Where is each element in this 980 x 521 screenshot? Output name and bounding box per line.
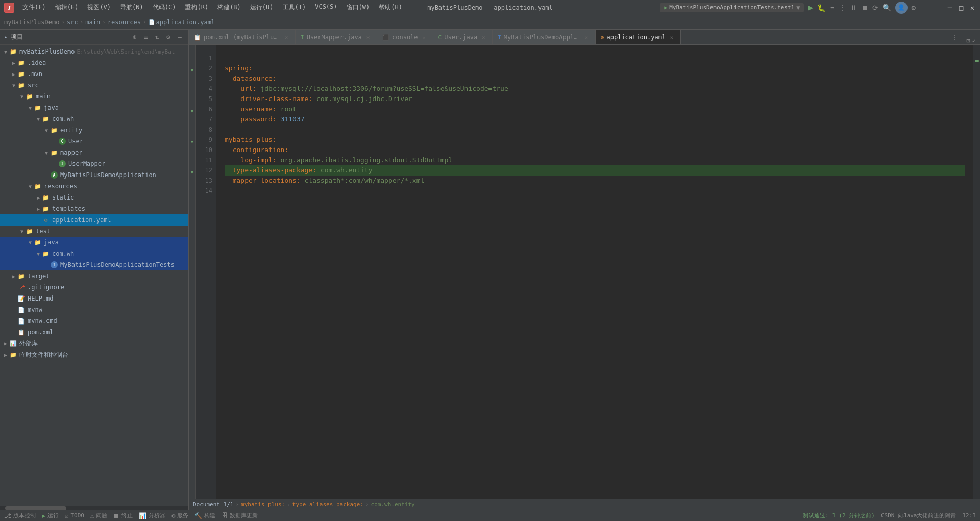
- gutter-line-3[interactable]: ▼: [189, 65, 195, 76]
- pause-button[interactable]: ⏸: [850, 4, 857, 12]
- tab-close-apptest[interactable]: ✕: [583, 34, 590, 41]
- gutter-line-10[interactable]: ▼: [189, 137, 195, 147]
- fold-icon-3[interactable]: ▼: [191, 68, 193, 73]
- run-config-selector[interactable]: ▶ MyBatisPlusDemoApplicationTests.test1 …: [660, 3, 804, 12]
- tab-close-user[interactable]: ✕: [480, 34, 487, 41]
- gutter-line-7[interactable]: ▼: [189, 106, 195, 116]
- status-build[interactable]: 🔨 构建: [194, 512, 215, 519]
- editor-toolbar-icon-1[interactable]: ⊡: [967, 37, 970, 44]
- close-button[interactable]: ✕: [969, 4, 976, 11]
- status-todo[interactable]: ☑ TODO: [65, 512, 84, 519]
- tree-item-java[interactable]: ▼ 📁 java: [0, 102, 188, 113]
- sidebar-settings-btn[interactable]: ⚙: [164, 33, 173, 42]
- tab-apptest[interactable]: T MyBatisPlusDemoApplicationTests.java ✕: [493, 30, 596, 44]
- status-db-update[interactable]: 🗄 数据库更新: [222, 512, 258, 519]
- tree-item-mvnw[interactable]: ▶ 📄 mvnw: [0, 304, 188, 315]
- tree-item-user-entity[interactable]: ▶ C User: [0, 136, 188, 147]
- menu-run[interactable]: 运行(U): [246, 2, 278, 13]
- menu-build[interactable]: 构建(B): [213, 2, 245, 13]
- sidebar-scrollbar-thumb[interactable]: [5, 506, 66, 510]
- gutter-line-13[interactable]: ▼: [189, 167, 195, 178]
- fold-icon-7[interactable]: ▼: [191, 109, 193, 114]
- tab-pom[interactable]: 📋 pom.xml (myBatisPlusDemo) ✕: [189, 30, 296, 44]
- tab-close-application-yaml[interactable]: ✕: [668, 34, 675, 41]
- search-everywhere-button[interactable]: 🔍: [883, 4, 891, 12]
- tree-item-main[interactable]: ▼ 📁 main: [0, 91, 188, 102]
- more-run-button[interactable]: ⋮: [839, 4, 846, 12]
- status-problems[interactable]: ⚠ 问题: [90, 512, 107, 519]
- tree-item-app-main[interactable]: ▶ A MyBatisPlusDemoApplication: [0, 169, 188, 181]
- minimize-button[interactable]: ─: [946, 4, 953, 11]
- code-editor[interactable]: spring: datasource: url: jdbc:mysql://lo…: [216, 45, 973, 499]
- bread-bottom-entity[interactable]: com.wh.entity: [371, 501, 415, 508]
- settings-button[interactable]: ⚙: [912, 4, 916, 12]
- tree-item-mapper[interactable]: ▼ 📁 mapper: [0, 147, 188, 158]
- tree-item-src[interactable]: ▼ 📁 src: [0, 80, 188, 91]
- project-tree[interactable]: ▼ 📁 myBatisPlusDemo E:\study\Web\Spring\…: [0, 45, 188, 506]
- check-icon[interactable]: ✓: [972, 37, 976, 44]
- breadcrumb-main[interactable]: main: [85, 19, 100, 26]
- tree-item-test-com-wh[interactable]: ▼ 📁 com.wh: [0, 248, 188, 259]
- tree-item-mvnw-cmd[interactable]: ▶ 📄 mvnw.cmd: [0, 315, 188, 327]
- tab-application-yaml[interactable]: ⚙ application.yaml ✕: [596, 30, 681, 44]
- tree-item-pom-xml[interactable]: ▶ 📋 pom.xml: [0, 327, 188, 338]
- menu-nav[interactable]: 导航(N): [116, 2, 148, 13]
- coverage-button[interactable]: ☂: [830, 4, 834, 12]
- status-services[interactable]: ⚙ 服务: [172, 512, 188, 519]
- menu-vcs[interactable]: VCS(S): [311, 2, 341, 13]
- stop-button[interactable]: ⏹: [861, 4, 868, 12]
- tree-item-resources[interactable]: ▼ 📁 resources: [0, 181, 188, 192]
- tree-item-templates[interactable]: ▶ 📁 templates: [0, 203, 188, 214]
- sidebar-hide-btn[interactable]: —: [175, 33, 184, 42]
- tree-item-mvn[interactable]: ▶ 📁 .mvn: [0, 68, 188, 80]
- tree-item-help-md[interactable]: ▶ 📝 HELP.md: [0, 293, 188, 304]
- status-terminal[interactable]: ⏹ 终止: [113, 512, 133, 519]
- tab-close-usermapper[interactable]: ✕: [364, 34, 372, 41]
- breadcrumb-src[interactable]: src: [67, 19, 78, 26]
- breadcrumb-resources[interactable]: resources: [108, 19, 141, 26]
- menu-file[interactable]: 文件(F): [18, 2, 50, 13]
- tree-item-application-yaml[interactable]: ▶ ⚙ application.yaml: [0, 214, 188, 226]
- tree-item-com-wh[interactable]: ▼ 📁 com.wh: [0, 113, 188, 125]
- tree-item-test[interactable]: ▼ 📁 test: [0, 226, 188, 237]
- tree-item-target[interactable]: ▶ 📁 target: [0, 270, 188, 282]
- tab-bar[interactable]: 📋 pom.xml (myBatisPlusDemo) ✕ I UserMapp…: [189, 30, 980, 45]
- window-controls[interactable]: ─ □ ✕: [946, 4, 976, 11]
- fold-icon-10[interactable]: ▼: [191, 139, 193, 144]
- debug-button[interactable]: 🐛: [817, 4, 826, 12]
- tree-item-static[interactable]: ▶ 📁 static: [0, 192, 188, 203]
- tree-item-idea[interactable]: ▶ 📁 .idea: [0, 57, 188, 68]
- menu-edit[interactable]: 编辑(E): [51, 2, 83, 13]
- menu-view[interactable]: 视图(V): [83, 2, 115, 13]
- tree-item-entity[interactable]: ▼ 📁 entity: [0, 125, 188, 136]
- tree-item-usermapper[interactable]: ▶ I UserMapper: [0, 158, 188, 169]
- run-button[interactable]: ▶: [808, 3, 813, 12]
- tab-console[interactable]: ⬛ console ✕: [377, 30, 433, 44]
- bread-bottom-mybatis[interactable]: mybatis-plus:: [241, 501, 285, 508]
- maximize-button[interactable]: □: [958, 4, 965, 11]
- menu-bar[interactable]: 文件(F) 编辑(E) 视图(V) 导航(N) 代码(C) 重构(R) 构建(B…: [18, 2, 406, 13]
- bread-bottom-type-alias[interactable]: type-aliases-package:: [292, 501, 363, 508]
- user-avatar[interactable]: 👤: [895, 2, 908, 14]
- sidebar-collapse-btn[interactable]: ≡: [141, 33, 151, 42]
- tab-usermapper[interactable]: I UserMapper.java ✕: [296, 30, 377, 44]
- tree-item-temp-files[interactable]: ▶ 📁 临时文件和控制台: [0, 349, 188, 360]
- fold-icon-13[interactable]: ▼: [191, 170, 193, 175]
- sidebar-locate-btn[interactable]: ⊕: [130, 33, 139, 42]
- menu-help[interactable]: 帮助(H): [375, 2, 406, 13]
- tree-item-test-java[interactable]: ▼ 📁 java: [0, 237, 188, 248]
- tab-user[interactable]: C User.java ✕: [433, 30, 493, 44]
- sidebar-scrollbar[interactable]: [0, 506, 188, 510]
- tab-close-pom[interactable]: ✕: [283, 34, 290, 41]
- tree-item-external-libs[interactable]: ▶ 📊 外部库: [0, 338, 188, 349]
- breadcrumb-file[interactable]: 📄 application.yaml: [149, 19, 215, 26]
- tab-close-console[interactable]: ✕: [421, 34, 428, 41]
- menu-code[interactable]: 代码(C): [149, 2, 180, 13]
- breadcrumb-home[interactable]: myBatisPlusDemo: [4, 19, 59, 26]
- menu-tools[interactable]: 工具(T): [279, 2, 310, 13]
- status-profiler[interactable]: 📊 分析器: [139, 512, 165, 519]
- tree-item-gitignore[interactable]: ▶ ⎇ .gitignore: [0, 282, 188, 293]
- menu-window[interactable]: 窗口(W): [342, 2, 374, 13]
- tree-item-app-tests[interactable]: ▶ T MyBatisPlusDemoApplicationTests: [0, 259, 188, 270]
- menu-refactor[interactable]: 重构(R): [181, 2, 212, 13]
